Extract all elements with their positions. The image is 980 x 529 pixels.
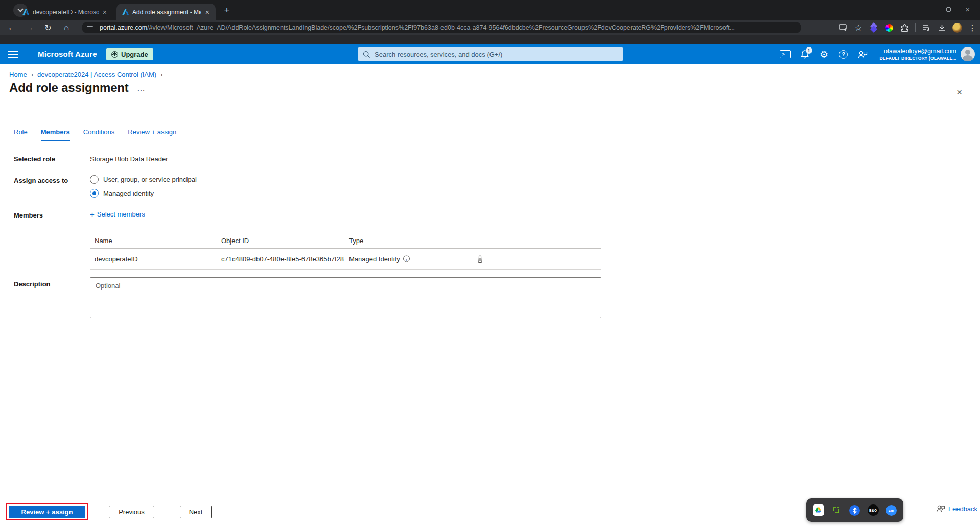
forward-button[interactable]: →	[23, 20, 36, 35]
bluetooth-icon[interactable]	[849, 504, 861, 516]
col-header-type: Type	[349, 236, 363, 244]
minimize-button[interactable]: –	[928, 6, 932, 13]
breadcrumb-parent-link[interactable]: devcoperate2024 | Access Control (IAM)	[37, 70, 156, 78]
send-to-device-icon[interactable]	[835, 20, 851, 35]
gear-icon: ⚙	[820, 49, 828, 60]
page-title: Add role assignment	[9, 81, 129, 95]
bo-badge: B&O	[868, 504, 879, 516]
tab-review-assign[interactable]: Review + assign	[128, 128, 176, 141]
account-directory: DEFAULT DIRECTORY (OLAWALE...	[880, 56, 956, 61]
feedback-label: Feedback	[948, 505, 977, 513]
brand-title[interactable]: Microsoft Azure	[38, 50, 97, 58]
blade-context-menu-icon[interactable]: …	[137, 84, 146, 93]
account-info[interactable]: olawaleoloye@gmail.com DEFAULT DIRECTORY…	[880, 47, 956, 61]
google-drive-icon[interactable]	[812, 504, 825, 516]
cloud-shell-button[interactable]: >_	[776, 44, 795, 64]
extensions-puzzle-icon[interactable]	[897, 20, 912, 35]
url-bar[interactable]: portal.azure.com/#view/Microsoft_Azure_A…	[82, 22, 801, 33]
info-icon[interactable]: i	[403, 256, 410, 262]
feedback-person-icon	[936, 504, 945, 513]
previous-button[interactable]: Previous	[109, 506, 154, 518]
radio-option-managed-identity[interactable]: Managed identity	[90, 189, 154, 198]
extension-colorwheel-icon[interactable]	[881, 20, 897, 35]
plus-icon: +	[90, 210, 95, 218]
bookmark-star-icon[interactable]: ☆	[851, 20, 866, 35]
profile-avatar[interactable]	[949, 20, 965, 35]
upgrade-button[interactable]: Upgrade	[106, 48, 153, 60]
portal-menu-button[interactable]	[8, 51, 18, 60]
description-label: Description	[14, 280, 51, 288]
bluetooth-badge	[849, 505, 860, 516]
site-settings-icon[interactable]	[87, 26, 95, 29]
toolbar-right: ☆ ⋮	[835, 20, 980, 35]
col-header-object-id: Object ID	[221, 236, 249, 244]
feedback-link[interactable]: Feedback	[936, 504, 977, 513]
portal-header-right: >_ 1 ⚙ ? olawaleoloye@gmail.com DEFAULT …	[776, 44, 980, 64]
wizard-tabs: Role Members Conditions Review + assign	[14, 128, 176, 141]
delete-member-button[interactable]	[474, 253, 485, 264]
close-window-button[interactable]: ×	[965, 5, 970, 14]
zoom-app-icon[interactable]: zm	[885, 504, 897, 516]
browser-toolbar: ← → ↻ ⌂ portal.azure.com/#view/Microsoft…	[0, 20, 980, 35]
members-table: Name Object ID Type devcoperateID c71c48…	[90, 232, 601, 270]
azure-header: Microsoft Azure Upgrade >_ 1 ⚙ ? olawale…	[0, 44, 980, 64]
screen: devcoperateID - Microsoft Azur × Add rol…	[0, 0, 980, 529]
downloads-icon[interactable]	[934, 20, 949, 35]
feedback-person-icon	[858, 50, 868, 59]
col-header-name: Name	[95, 236, 112, 244]
radio-option-user-group[interactable]: User, group, or service principal	[90, 175, 197, 184]
selected-role-value: Storage Blob Data Reader	[90, 155, 168, 163]
member-object-id: c71c4809-db07-480e-8fe5-678e365b7f28	[221, 255, 344, 263]
extension-purple-icon[interactable]	[866, 20, 881, 35]
radio-unselected-icon[interactable]	[90, 175, 99, 184]
selected-role-label: Selected role	[14, 155, 55, 163]
media-queue-icon[interactable]	[919, 20, 934, 35]
help-button[interactable]: ?	[834, 44, 853, 64]
breadcrumb-home-link[interactable]: Home	[9, 70, 27, 78]
tab-title: devcoperateID - Microsoft Azur	[33, 9, 99, 16]
member-name: devcoperateID	[95, 255, 138, 263]
members-label: Members	[14, 211, 43, 219]
next-button[interactable]: Next	[180, 506, 212, 518]
toolbar-divider	[915, 23, 916, 32]
tab-conditions[interactable]: Conditions	[83, 128, 114, 141]
browser-tab-add-role-assignment[interactable]: Add role assignment - Microsof ×	[116, 4, 216, 20]
tab-close-icon[interactable]: ×	[204, 8, 211, 16]
reload-button[interactable]: ↻	[41, 20, 55, 35]
back-button[interactable]: ←	[5, 20, 18, 35]
capture-tool-icon[interactable]	[830, 504, 843, 516]
description-input[interactable]	[90, 277, 601, 318]
home-button[interactable]: ⌂	[60, 20, 73, 35]
notifications-button[interactable]: 1	[795, 44, 814, 64]
table-row: devcoperateID c71c4809-db07-480e-8fe5-67…	[90, 249, 601, 270]
search-input[interactable]	[375, 51, 618, 58]
bang-olufsen-icon[interactable]: B&O	[867, 504, 879, 516]
feedback-button[interactable]	[853, 44, 873, 64]
restore-button[interactable]	[946, 6, 951, 13]
bookmarks-strip	[0, 35, 980, 44]
color-wheel-icon	[885, 24, 893, 32]
select-members-link[interactable]: + Select members	[90, 210, 145, 218]
window-controls: – ×	[928, 0, 976, 18]
radio-selected-icon[interactable]	[90, 189, 99, 198]
browser-menu-icon[interactable]: ⋮	[965, 20, 980, 35]
table-header-row: Name Object ID Type	[90, 232, 601, 249]
tab-role[interactable]: Role	[14, 128, 28, 141]
blade-close-icon[interactable]: ×	[956, 87, 962, 98]
radio-label: User, group, or service principal	[103, 176, 197, 183]
new-tab-button[interactable]: +	[221, 5, 233, 16]
blade-content: Home › devcoperate2024 | Access Control …	[0, 64, 980, 529]
radio-label: Managed identity	[103, 189, 154, 197]
account-avatar[interactable]	[961, 47, 975, 61]
browser-tab-bar: devcoperateID - Microsoft Azur × Add rol…	[0, 0, 980, 20]
assign-access-label: Assign access to	[14, 177, 68, 184]
settings-button[interactable]: ⚙	[814, 44, 834, 64]
tab-members[interactable]: Members	[41, 128, 70, 141]
zoom-badge: zm	[886, 505, 897, 516]
review-assign-button[interactable]: Review + assign	[9, 506, 85, 518]
browser-tab-devcoperateid[interactable]: devcoperateID - Microsoft Azur ×	[17, 4, 113, 20]
azure-logo-icon	[122, 8, 129, 16]
global-search[interactable]	[358, 47, 623, 61]
select-members-text: Select members	[97, 210, 145, 218]
tab-close-icon[interactable]: ×	[102, 8, 108, 16]
